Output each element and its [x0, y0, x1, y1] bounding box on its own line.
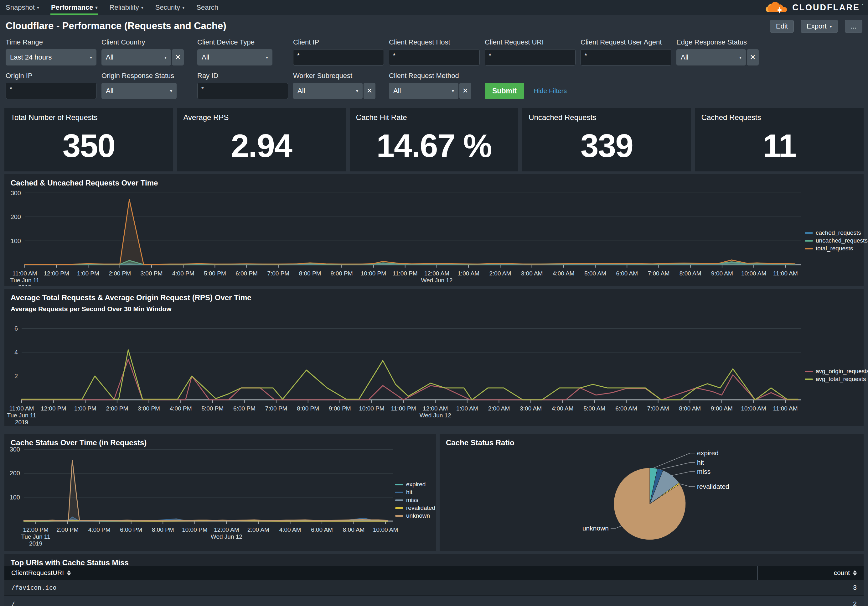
svg-text:4:00 PM: 4:00 PM	[172, 270, 194, 277]
svg-text:10:00 AM: 10:00 AM	[741, 405, 766, 412]
legend-item-hit[interactable]: hit	[395, 489, 435, 496]
filter-origin-response-status: Origin Response Status All▾	[101, 72, 192, 99]
legend-item-miss[interactable]: miss	[395, 497, 435, 503]
worker-subrequest-select[interactable]: All▾	[293, 83, 363, 99]
svg-text:3:00 PM: 3:00 PM	[141, 270, 163, 277]
chevron-down-icon: ▾	[739, 55, 741, 60]
clear-client-request-method-button[interactable]: ✕	[459, 83, 471, 99]
legend-item-total_requests[interactable]: total_requests	[805, 245, 868, 252]
chevron-down-icon: ▾	[96, 5, 98, 10]
legend-label: hit	[406, 489, 412, 496]
legend-item-expired[interactable]: expired	[395, 481, 435, 488]
filter-ray-id: Ray ID *	[197, 72, 288, 99]
svg-text:4:00 AM: 4:00 AM	[552, 405, 574, 412]
nav-item-security[interactable]: Security▾	[155, 0, 185, 15]
edge-response-status-select[interactable]: All▾	[676, 49, 746, 65]
svg-text:10:00 AM: 10:00 AM	[741, 270, 766, 277]
svg-text:100: 100	[10, 494, 20, 501]
origin-ip-input[interactable]: *	[6, 83, 96, 99]
metric-total-requests: Total Number of Requests 350	[5, 108, 173, 171]
hide-filters-link[interactable]: Hide Filters	[533, 87, 567, 95]
chevron-down-icon: ▾	[452, 89, 454, 93]
svg-text:11:00 PM: 11:00 PM	[393, 270, 418, 277]
origin-response-status-select[interactable]: All▾	[101, 83, 177, 99]
more-options-button[interactable]: ...	[845, 20, 862, 33]
svg-text:expired: expired	[697, 449, 719, 457]
client-device-type-select[interactable]: All▾	[197, 49, 273, 65]
svg-text:10:00 PM: 10:00 PM	[182, 527, 207, 533]
svg-text:Tue Jun 11: Tue Jun 11	[7, 412, 36, 419]
client-ip-input[interactable]: *	[293, 49, 384, 65]
svg-text:3:00 PM: 3:00 PM	[138, 405, 160, 412]
export-button[interactable]: Export ▾	[801, 20, 838, 33]
filter-actions: Submit Hide Filters	[485, 72, 671, 99]
client-request-user-agent-input[interactable]: *	[581, 49, 671, 65]
cloudflare-logo: CLOUDFLARE ’	[763, 0, 863, 15]
legend-swatch	[395, 515, 403, 517]
svg-text:6:00 PM: 6:00 PM	[233, 405, 256, 412]
nav-item-performance[interactable]: Performance▾	[51, 0, 98, 15]
svg-text:11:00 AM: 11:00 AM	[12, 270, 37, 277]
legend-item-revalidated[interactable]: revalidated	[395, 505, 435, 511]
chart-title: Average Total Requests & Average Origin …	[11, 293, 251, 302]
uri-cell: /	[5, 600, 757, 606]
chevron-down-icon: ▾	[141, 5, 143, 10]
svg-text:12:00 PM: 12:00 PM	[44, 270, 69, 277]
edit-button[interactable]: Edit	[770, 20, 794, 33]
legend-swatch	[805, 379, 813, 380]
chart-title: Cached & Uncached Requests Over Time	[11, 179, 158, 187]
chevron-down-icon: ▾	[356, 89, 358, 93]
svg-text:12:00 AM: 12:00 AM	[423, 405, 448, 412]
clear-worker-subrequest-button[interactable]: ✕	[364, 83, 375, 99]
submit-button[interactable]: Submit	[485, 83, 524, 99]
clear-client-country-button[interactable]: ✕	[172, 49, 184, 65]
metric-value: 350	[11, 122, 167, 166]
chart-title: Cache Status Over Time (in Requests)	[11, 438, 147, 447]
nav-item-snapshot[interactable]: Snapshot▾	[6, 0, 39, 15]
clear-edge-response-status-button[interactable]: ✕	[747, 49, 759, 65]
filter-origin-ip: Origin IP *	[6, 72, 96, 99]
nav-item-reliability[interactable]: Reliability▾	[110, 0, 143, 15]
legend-item-uncached_requests[interactable]: uncached_requests	[805, 237, 868, 244]
metric-value: 2.94	[183, 122, 339, 166]
metric-value: 339	[529, 122, 685, 166]
svg-text:6:00 PM: 6:00 PM	[120, 527, 142, 533]
ray-id-input[interactable]: *	[197, 83, 288, 99]
svg-text:11:00 AM: 11:00 AM	[773, 270, 798, 277]
filter-worker-subrequest: Worker Subrequest All▾✕	[293, 72, 384, 99]
svg-text:2:00 PM: 2:00 PM	[56, 527, 79, 533]
client-request-method-select[interactable]: All▾	[389, 83, 459, 99]
legend-item-cached_requests[interactable]: cached_requests	[805, 229, 868, 236]
uri-cell: /favicon.ico	[5, 584, 757, 591]
time-range-select[interactable]: Last 24 hours▾	[6, 49, 96, 65]
filter-client-country: Client Country All▾✕	[101, 38, 192, 65]
legend-label: avg_total_requests	[816, 376, 866, 382]
legend-swatch	[395, 507, 403, 509]
svg-text:12:00 AM: 12:00 AM	[424, 270, 450, 277]
nav-item-search[interactable]: Search	[196, 0, 218, 15]
metric-uncached-requests: Uncached Requests 339	[522, 108, 691, 171]
legend-label: miss	[406, 497, 418, 503]
svg-text:Wed Jun 12: Wed Jun 12	[420, 412, 451, 419]
legend-item-avg_total_requests[interactable]: avg_total_requests	[805, 376, 868, 382]
sort-header-clientrequesturi[interactable]: ClientRequestURI	[5, 569, 757, 576]
legend-label: cached_requests	[816, 229, 861, 236]
page-header: Cloudflare - Performance (Requests and C…	[0, 15, 868, 37]
legend-swatch	[395, 484, 403, 485]
svg-text:8:00 AM: 8:00 AM	[679, 270, 701, 277]
panel-average-rps-over-time: Average Total Requests & Average Origin …	[5, 289, 863, 426]
filter-time-range: Time Range Last 24 hours▾	[6, 38, 96, 65]
svg-text:4:00 AM: 4:00 AM	[553, 270, 575, 277]
client-request-uri-input[interactable]: *	[485, 49, 575, 65]
client-request-host-input[interactable]: *	[389, 49, 480, 65]
sort-header-count[interactable]: count	[757, 566, 863, 580]
legend-item-avg_origin_requests[interactable]: avg_origin_requests	[805, 368, 868, 375]
metric-average-rps: Average RPS 2.94	[177, 108, 346, 171]
sort-icon	[853, 570, 857, 576]
cache-status-ratio-pie-chart: expiredhitmissrevalidatedunknown	[440, 434, 863, 551]
legend-item-unknown[interactable]: unknown	[395, 512, 435, 519]
table-row: / 2	[5, 596, 863, 606]
panel-top-uris: Top URIs with Cache Status Miss ClientRe…	[5, 554, 863, 606]
client-country-select[interactable]: All▾	[101, 49, 171, 65]
svg-text:11:00 PM: 11:00 PM	[391, 405, 416, 412]
